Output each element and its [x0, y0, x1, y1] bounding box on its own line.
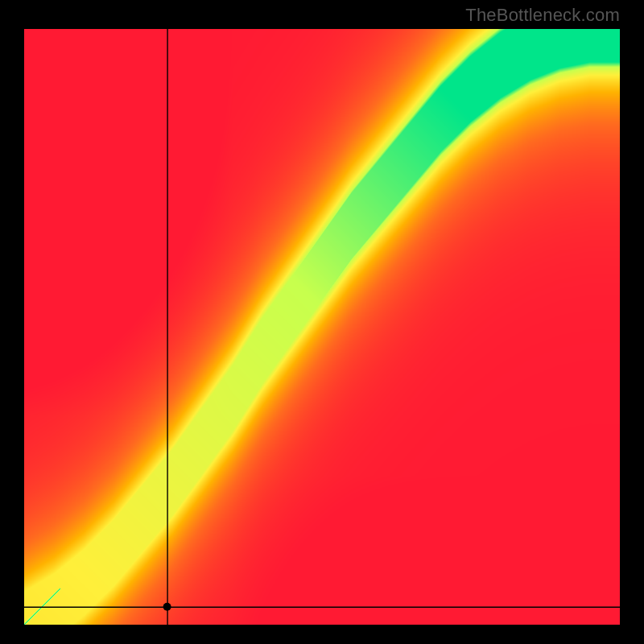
heatmap-canvas [24, 29, 620, 625]
attribution-text: TheBottleneck.com [465, 5, 620, 26]
chart-outer-frame: TheBottleneck.com [0, 0, 644, 644]
heatmap-plot-area [24, 29, 620, 625]
